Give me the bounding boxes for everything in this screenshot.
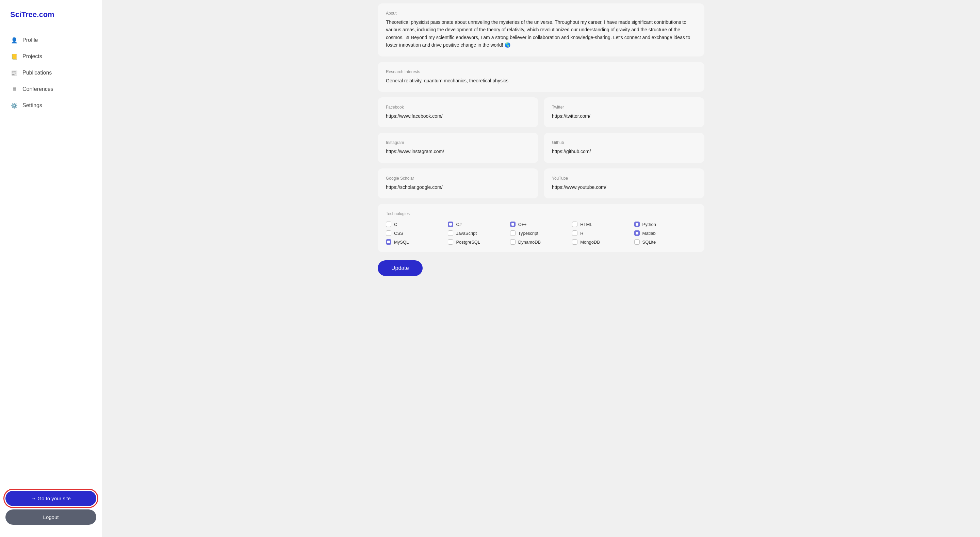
profile-icon: 👤	[11, 37, 18, 43]
social-label: YouTube	[552, 176, 696, 181]
tech-item-c#[interactable]: C#	[448, 221, 510, 227]
tech-label-typescript: Typescript	[518, 231, 538, 236]
tech-item-typescript[interactable]: Typescript	[510, 230, 572, 236]
social-label: Twitter	[552, 105, 696, 110]
tech-checkbox-c++[interactable]	[510, 221, 515, 227]
tech-label-c#: C#	[456, 222, 462, 227]
tech-checkbox-css[interactable]	[386, 230, 391, 236]
tech-label-c++: C++	[518, 222, 527, 227]
tech-label-css: CSS	[394, 231, 403, 236]
tech-checkbox-postgresql[interactable]	[448, 239, 453, 245]
about-label: About	[386, 11, 696, 16]
tech-label-matlab: Matlab	[643, 231, 656, 236]
sidebar: SciTree.com 👤 Profile 📒 Projects 📰 Publi…	[0, 0, 102, 537]
tech-item-matlab[interactable]: Matlab	[634, 230, 696, 236]
tech-label-postgresql: PostgreSQL	[456, 239, 480, 245]
tech-checkbox-matlab[interactable]	[634, 230, 640, 236]
tech-label-mongodb: MongoDB	[580, 239, 600, 245]
tech-label-javascript: JavaScript	[456, 231, 477, 236]
logout-button[interactable]: Logout	[5, 510, 96, 525]
tech-item-css[interactable]: CSS	[386, 230, 448, 236]
tech-checkbox-mongodb[interactable]	[572, 239, 578, 245]
tech-label-python: Python	[643, 222, 656, 227]
tech-item-c[interactable]: C	[386, 221, 448, 227]
technologies-card: Technologies CC#C++HTMLPythonCSSJavaScri…	[378, 204, 705, 252]
social-links-row-1: Facebook https://www.facebook.com/ Twitt…	[378, 97, 705, 127]
tech-item-sqlite[interactable]: SQLite	[634, 239, 696, 245]
social-card-github: Github https://github.com/	[544, 133, 705, 163]
tech-checkbox-mysql[interactable]	[386, 239, 391, 245]
social-card-google-scholar: Google Scholar https://scholar.google.co…	[378, 169, 538, 198]
update-button[interactable]: Update	[378, 260, 423, 276]
tech-item-python[interactable]: Python	[634, 221, 696, 227]
tech-item-html[interactable]: HTML	[572, 221, 634, 227]
tech-checkbox-dynamodb[interactable]	[510, 239, 515, 245]
research-interests-text: General relativity, quantum mechanics, t…	[386, 77, 696, 84]
about-card: About Theoretical physicist passionate a…	[378, 3, 705, 56]
sidebar-item-profile[interactable]: 👤 Profile	[5, 33, 96, 48]
about-text: Theoretical physicist passionate about u…	[386, 18, 696, 49]
sidebar-item-label-profile: Profile	[22, 37, 38, 43]
tech-item-javascript[interactable]: JavaScript	[448, 230, 510, 236]
tech-checkbox-c#[interactable]	[448, 221, 453, 227]
social-links-row-2: Instagram https://www.instagram.com/ Git…	[378, 133, 705, 163]
tech-label-sqlite: SQLite	[643, 239, 656, 245]
tech-label-html: HTML	[580, 222, 592, 227]
projects-icon: 📒	[11, 53, 18, 60]
tech-checkbox-html[interactable]	[572, 221, 578, 227]
tech-label-c: C	[394, 222, 397, 227]
main-content: About Theoretical physicist passionate a…	[102, 0, 980, 537]
social-value: https://www.instagram.com/	[386, 148, 530, 155]
social-label: Github	[552, 140, 696, 145]
goto-site-button[interactable]: → Go to your site	[5, 491, 96, 506]
research-interests-label: Research Interests	[386, 69, 696, 74]
sidebar-item-settings[interactable]: ⚙️ Settings	[5, 98, 96, 113]
tech-label-mysql: MySQL	[394, 239, 409, 245]
tech-item-mysql[interactable]: MySQL	[386, 239, 448, 245]
tech-item-r[interactable]: R	[572, 230, 634, 236]
social-value: https://github.com/	[552, 148, 696, 155]
sidebar-item-label-settings: Settings	[22, 102, 42, 108]
tech-checkbox-r[interactable]	[572, 230, 578, 236]
publications-icon: 📰	[11, 69, 18, 76]
sidebar-nav: 👤 Profile 📒 Projects 📰 Publications 🖥 Co…	[0, 33, 102, 485]
settings-icon: ⚙️	[11, 102, 18, 109]
tech-checkbox-sqlite[interactable]	[634, 239, 640, 245]
social-label: Google Scholar	[386, 176, 530, 181]
social-label: Facebook	[386, 105, 530, 110]
social-value: https://www.facebook.com/	[386, 112, 530, 120]
sidebar-item-label-conferences: Conferences	[22, 86, 53, 92]
logo: SciTree.com	[0, 10, 102, 33]
sidebar-item-label-publications: Publications	[22, 70, 52, 76]
tech-item-c++[interactable]: C++	[510, 221, 572, 227]
sidebar-item-projects[interactable]: 📒 Projects	[5, 49, 96, 64]
content-wrapper: About Theoretical physicist passionate a…	[378, 0, 705, 276]
social-label: Instagram	[386, 140, 530, 145]
tech-checkbox-c[interactable]	[386, 221, 391, 227]
tech-item-mongodb[interactable]: MongoDB	[572, 239, 634, 245]
social-card-instagram: Instagram https://www.instagram.com/	[378, 133, 538, 163]
social-value: https://scholar.google.com/	[386, 183, 530, 191]
tech-checkbox-python[interactable]	[634, 221, 640, 227]
tech-label-r: R	[580, 231, 583, 236]
social-links-row-3: Google Scholar https://scholar.google.co…	[378, 169, 705, 198]
social-card-youtube: YouTube https://www.youtube.com/	[544, 169, 705, 198]
technologies-label: Technologies	[386, 211, 696, 216]
tech-label-dynamodb: DynamoDB	[518, 239, 541, 245]
tech-item-dynamodb[interactable]: DynamoDB	[510, 239, 572, 245]
social-card-twitter: Twitter https://twitter.com/	[544, 97, 705, 127]
sidebar-bottom: → Go to your site Logout	[0, 485, 102, 530]
conferences-icon: 🖥	[11, 86, 18, 92]
social-card-facebook: Facebook https://www.facebook.com/	[378, 97, 538, 127]
tech-checkbox-javascript[interactable]	[448, 230, 453, 236]
technologies-grid: CC#C++HTMLPythonCSSJavaScriptTypescriptR…	[386, 221, 696, 245]
social-value: https://twitter.com/	[552, 112, 696, 120]
sidebar-item-conferences[interactable]: 🖥 Conferences	[5, 82, 96, 97]
research-interests-card: Research Interests General relativity, q…	[378, 62, 705, 92]
sidebar-item-publications[interactable]: 📰 Publications	[5, 65, 96, 80]
sidebar-item-label-projects: Projects	[22, 53, 42, 59]
tech-item-postgresql[interactable]: PostgreSQL	[448, 239, 510, 245]
social-value: https://www.youtube.com/	[552, 183, 696, 191]
tech-checkbox-typescript[interactable]	[510, 230, 515, 236]
